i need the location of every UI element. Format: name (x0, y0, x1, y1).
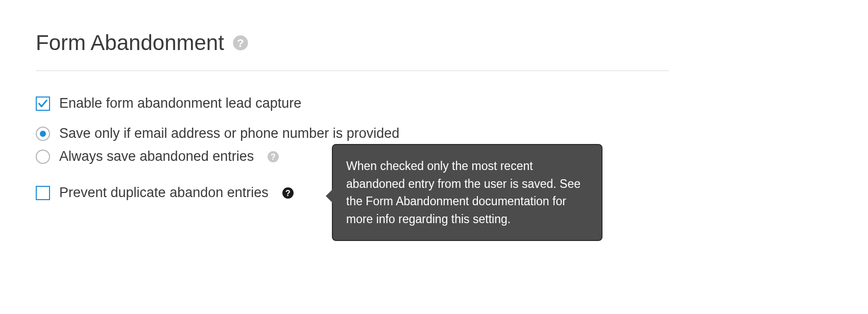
help-icon[interactable]: ? (282, 187, 294, 199)
save-if-contact-row: Save only if email address or phone numb… (36, 126, 832, 141)
enable-capture-label: Enable form abandonment lead capture (59, 95, 301, 111)
divider (36, 70, 669, 71)
save-if-contact-label: Save only if email address or phone numb… (59, 126, 399, 141)
always-save-radio[interactable] (36, 150, 50, 164)
always-save-label: Always save abandoned entries (59, 149, 254, 164)
page-title: Form Abandonment (36, 31, 224, 55)
svg-text:?: ? (237, 36, 244, 50)
prevent-duplicates-label: Prevent duplicate abandon entries (59, 185, 269, 201)
tooltip: When checked only the most recent abando… (332, 144, 602, 241)
help-icon[interactable]: ? (232, 35, 249, 51)
svg-text:?: ? (271, 153, 276, 161)
prevent-duplicates-checkbox[interactable] (36, 186, 50, 200)
help-icon[interactable]: ? (267, 151, 279, 163)
save-if-contact-radio[interactable] (36, 127, 50, 141)
prevent-duplicates-row: Prevent duplicate abandon entries ? When… (36, 185, 832, 201)
enable-capture-row: Enable form abandonment lead capture (36, 95, 832, 111)
tooltip-text: When checked only the most recent abando… (346, 159, 581, 226)
section-header: Form Abandonment ? (36, 31, 832, 55)
svg-text:?: ? (285, 189, 291, 198)
enable-capture-checkbox[interactable] (36, 96, 50, 111)
